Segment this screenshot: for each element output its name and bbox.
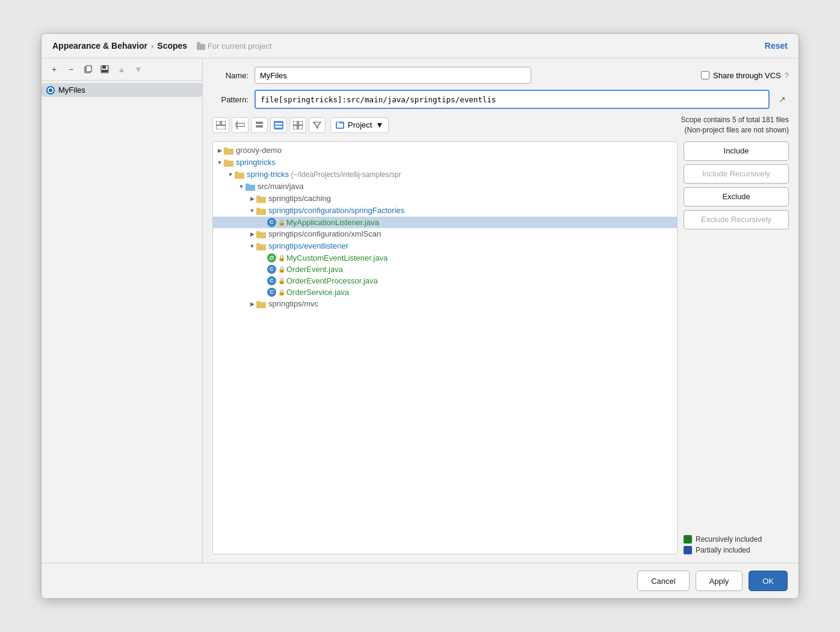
folder-icon <box>256 229 266 239</box>
tree-row[interactable]: C 🔒 OrderService.java <box>213 287 677 298</box>
expand-all-button[interactable] <box>232 117 249 133</box>
name-row: Name: Share through VCS ? <box>212 67 789 84</box>
copy-scope-button[interactable] <box>80 62 96 76</box>
class-badge: C <box>267 265 276 274</box>
svg-rect-8 <box>221 121 226 125</box>
lock-icon: 🔒 <box>278 219 285 226</box>
pattern-row: Pattern: ↗ <box>212 90 789 109</box>
tree-row[interactable]: springtips/mvc <box>213 298 677 310</box>
legend-label-recursively: Recursively included <box>696 535 762 544</box>
sidebar: + − ▲ ▼ <box>42 58 203 563</box>
pattern-input[interactable] <box>255 90 770 109</box>
show-all-button[interactable] <box>289 117 306 133</box>
tree-arrow[interactable] <box>226 170 235 179</box>
folder-icon <box>256 194 266 203</box>
folder-icon <box>235 170 244 179</box>
svg-rect-3 <box>86 66 91 72</box>
tree-row[interactable]: C 🔒 OrderEvent.java <box>213 264 677 275</box>
project-dropdown[interactable]: Project ▼ <box>330 117 389 133</box>
tree-arrow[interactable] <box>248 242 256 250</box>
folder-icon <box>256 206 266 215</box>
exclude-button[interactable]: Exclude <box>684 187 789 206</box>
scope-icon <box>46 86 55 94</box>
expand-all-icon <box>235 121 245 129</box>
tree-arrow[interactable] <box>248 206 256 215</box>
tree-arrow[interactable] <box>248 194 256 203</box>
compact-icon <box>274 121 283 129</box>
move-up-button[interactable]: ▲ <box>114 62 129 76</box>
save-scope-button[interactable] <box>97 62 113 76</box>
show-all-icon <box>293 121 303 129</box>
tree-arrow[interactable] <box>248 230 256 238</box>
sidebar-item-myfiles[interactable]: MyFiles <box>42 83 202 97</box>
lock-icon: 🔒 <box>278 255 285 261</box>
tree-row[interactable]: C 🔒 OrderEventProcessor.java <box>213 275 677 287</box>
legend-label-partially: Partially included <box>696 546 750 554</box>
compact-button[interactable] <box>270 117 287 133</box>
move-down-button[interactable]: ▼ <box>131 62 146 76</box>
tree-arrow[interactable] <box>215 146 224 155</box>
reset-button[interactable]: Reset <box>765 41 788 51</box>
file-tree[interactable]: groovy-demo springtricks <box>212 141 678 554</box>
tree-row[interactable]: springtips/configuration/springFactories <box>213 205 677 217</box>
tree-label: OrderService.java <box>286 288 349 297</box>
lock-icon: 🔒 <box>278 266 285 273</box>
tree-label: OrderEventProcessor.java <box>286 276 378 285</box>
apply-button[interactable]: Apply <box>696 571 743 591</box>
svg-rect-10 <box>235 123 245 126</box>
vcs-row: Share through VCS ? <box>701 71 789 80</box>
svg-rect-20 <box>298 125 303 129</box>
flatten-button[interactable] <box>251 117 268 133</box>
cancel-button[interactable]: Cancel <box>637 571 689 591</box>
remove-scope-button[interactable]: − <box>63 62 79 76</box>
header: Appearance & Behavior › Scopes For curre… <box>42 34 798 58</box>
ok-button[interactable]: OK <box>749 571 788 591</box>
svg-rect-6 <box>102 70 108 72</box>
tree-label: MyCustomEventListener.java <box>286 253 388 262</box>
tree-row[interactable]: springtips/eventlistener <box>213 240 677 252</box>
tree-row[interactable]: @ 🔒 MyCustomEventListener.java <box>213 252 677 264</box>
folder-icon <box>246 182 255 191</box>
tree-row[interactable]: springtips/caching <box>213 193 677 205</box>
add-scope-button[interactable]: + <box>46 62 62 76</box>
svg-rect-7 <box>216 121 220 125</box>
svg-rect-15 <box>275 123 282 125</box>
tree-label: spring-tricks <box>247 170 289 179</box>
svg-rect-12 <box>256 122 263 124</box>
breadcrumb-arrow: › <box>151 42 153 51</box>
tree-arrow[interactable] <box>248 300 256 308</box>
collapse-all-button[interactable] <box>212 117 229 133</box>
tree-arrow <box>259 218 267 226</box>
section-title: Scopes <box>157 41 187 51</box>
tree-row[interactable]: spring-tricks (~/IdeaProjects/intellij-s… <box>213 169 677 181</box>
project-icon <box>197 42 205 50</box>
tree-arrow[interactable] <box>237 182 246 191</box>
name-input[interactable] <box>255 67 531 84</box>
tree-label: springtips/configuration/springFactories <box>268 206 404 215</box>
pattern-expand-button[interactable]: ↗ <box>776 93 789 106</box>
project-dropdown-label: Project <box>348 120 372 129</box>
class-badge: C <box>267 288 276 297</box>
filter-button[interactable] <box>309 117 326 133</box>
tree-arrow[interactable] <box>215 158 224 167</box>
include-recursively-button[interactable]: Include Recursively <box>684 164 789 184</box>
svg-rect-14 <box>274 121 283 129</box>
svg-rect-5 <box>102 66 106 69</box>
share-vcs-checkbox[interactable] <box>701 71 709 79</box>
tree-label: springtips/configuration/xmlScan <box>268 229 381 238</box>
exclude-recursively-button[interactable]: Exclude Recursively <box>684 210 789 229</box>
svg-rect-21 <box>337 123 343 128</box>
include-button[interactable]: Include <box>684 141 789 161</box>
tree-row[interactable]: src/main/java <box>213 181 677 193</box>
svg-rect-9 <box>216 125 226 129</box>
help-icon[interactable]: ? <box>785 71 789 80</box>
tree-row[interactable]: C 🔒 MyApplicationListener.java <box>213 217 677 228</box>
flatten-icon <box>255 121 264 129</box>
save-icon <box>100 65 109 73</box>
dialog: Appearance & Behavior › Scopes For curre… <box>41 33 799 599</box>
svg-rect-16 <box>275 126 282 128</box>
bottom-bar: Cancel Apply OK <box>42 563 798 598</box>
tree-row[interactable]: springtricks <box>213 156 677 169</box>
tree-row[interactable]: springtips/configuration/xmlScan <box>213 228 677 240</box>
tree-row[interactable]: groovy-demo <box>213 144 677 156</box>
